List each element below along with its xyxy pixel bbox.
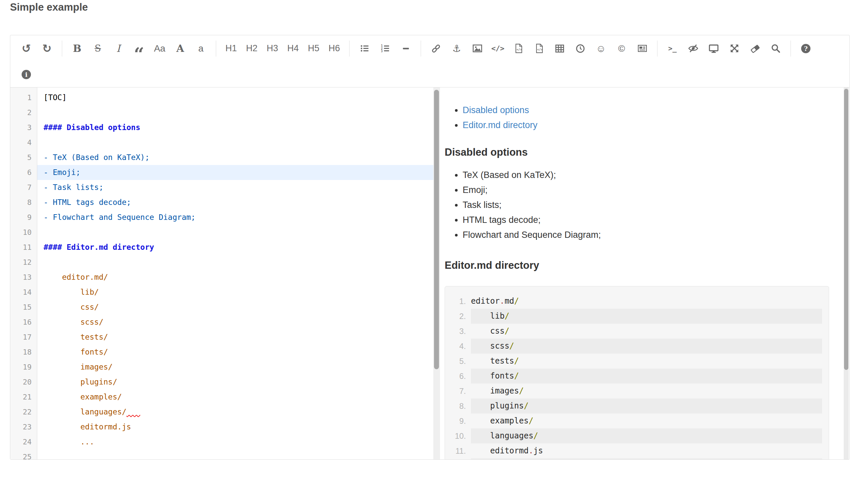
code-row-number: 7.: [445, 384, 471, 398]
editor-line-text: - Flowchart and Sequence Diagram;: [43, 213, 195, 221]
toolbar-button-strikethrough[interactable]: S: [90, 40, 105, 57]
preview-heading: Disabled options: [445, 145, 849, 160]
editor-line-4[interactable]: [37, 135, 433, 150]
editor-line-text: editor.md/: [43, 273, 108, 281]
toolbar-button-help[interactable]: ?: [799, 40, 813, 57]
editor-line-22[interactable]: languages/: [37, 405, 433, 419]
editor-line-13[interactable]: editor.md/: [37, 270, 433, 285]
toolbar-separator: [349, 40, 349, 57]
toolbar-button-search[interactable]: [768, 40, 783, 57]
toc-link[interactable]: Editor.md directory: [463, 120, 537, 130]
toolbar-button-goto-line[interactable]: >_: [665, 40, 680, 57]
toolbar-button-datetime[interactable]: [573, 40, 588, 57]
editor-line-25[interactable]: [37, 449, 433, 459]
h5-icon: H5: [308, 43, 319, 54]
code-row-number: 4.: [445, 339, 471, 354]
line-number-gutter: 1234567891011121314151617181920212223242…: [10, 88, 37, 459]
editor-line-5[interactable]: - TeX (Based on KaTeX);: [37, 150, 433, 165]
toolbar-button-list-ol[interactable]: 123: [378, 40, 393, 57]
toolbar-button-link[interactable]: [429, 40, 443, 57]
editor-line-text: images/: [43, 363, 113, 371]
editor-line-8[interactable]: - HTML tags decode;: [37, 195, 433, 210]
editor-line-21[interactable]: examples/: [37, 389, 433, 405]
code-row-text: lib/: [471, 309, 822, 324]
toolbar-button-preformatted-text[interactable]: </>: [511, 40, 526, 57]
toolbar-button-clear[interactable]: [748, 40, 762, 57]
toolbar-button-preview[interactable]: [706, 40, 721, 57]
toolbar-button-lowercase[interactable]: a: [193, 40, 208, 57]
toolbar-button-h1[interactable]: H1: [224, 40, 239, 57]
editor-line-12[interactable]: [37, 255, 433, 270]
toolbar-button-code[interactable]: </>: [491, 40, 505, 57]
editor-line-9[interactable]: - Flowchart and Sequence Diagram;: [37, 210, 433, 225]
toolbar-button-info[interactable]: i: [19, 66, 34, 83]
editor-lines[interactable]: [TOC]#### Disabled options- TeX (Based o…: [37, 88, 433, 459]
editor-line-2[interactable]: [37, 105, 433, 120]
code-row: 1.editor.md/: [445, 294, 822, 309]
toolbar-button-quote[interactable]: “: [132, 40, 146, 57]
h2-icon: H2: [246, 43, 258, 54]
editor-scrollbar-thumb[interactable]: [434, 90, 439, 369]
toc-item: Disabled options: [463, 103, 849, 118]
toolbar-button-uppercase[interactable]: A: [173, 40, 188, 57]
toolbar-button-pagebreak[interactable]: [635, 40, 650, 57]
toolbar-button-code-block[interactable]: </>: [532, 40, 547, 57]
toolbar-button-h2[interactable]: H2: [244, 40, 259, 57]
spellcheck-squiggle: [126, 408, 141, 416]
code-row: 8. plugins/: [445, 398, 822, 414]
watch-icon: [688, 43, 699, 54]
editor-line-14[interactable]: lib/: [37, 285, 433, 300]
editor-line-11[interactable]: #### Editor.md directory: [37, 240, 433, 255]
reference-link-icon: ⚓: [452, 43, 461, 54]
preview-heading: Editor.md directory: [445, 258, 849, 273]
toolbar-button-h4[interactable]: H4: [286, 40, 300, 57]
editor-line-17[interactable]: tests/: [37, 330, 433, 345]
toolbar-button-list-ul[interactable]: [357, 40, 372, 57]
toc-link[interactable]: Disabled options: [463, 105, 529, 115]
preview-scrollbar-thumb[interactable]: [844, 89, 848, 370]
table-icon: [555, 44, 564, 53]
code-row-number: 3.: [445, 324, 471, 339]
editor-line-text: - TeX (Based on KaTeX);: [43, 153, 150, 162]
editor-line-text: plugins/: [43, 378, 117, 386]
editor-line-18[interactable]: fonts/: [37, 345, 433, 360]
editor-line-text: editormd.js: [43, 422, 131, 431]
toolbar-button-redo[interactable]: ↻: [39, 40, 54, 57]
editor-line-3[interactable]: #### Disabled options: [37, 120, 433, 135]
editor-line-6[interactable]: - Emoji;: [37, 165, 433, 180]
codemirror-pane[interactable]: 1234567891011121314151617181920212223242…: [10, 88, 433, 459]
toolbar-button-image[interactable]: [470, 40, 485, 57]
editor-line-10[interactable]: [37, 225, 433, 240]
preformatted-text-icon: </>: [514, 43, 523, 53]
toolbar-button-fullscreen[interactable]: [727, 40, 742, 57]
editor-line-16[interactable]: scss/: [37, 315, 433, 330]
editor-scrollbar[interactable]: [433, 88, 440, 459]
editor-line-23[interactable]: editormd.js: [37, 419, 433, 435]
toolbar-button-hr[interactable]: [398, 40, 413, 57]
toolbar-button-undo[interactable]: ↺: [19, 40, 34, 57]
toolbar-button-h3[interactable]: H3: [265, 40, 280, 57]
toolbar-button-italic[interactable]: I: [111, 40, 126, 57]
toolbar-button-html-entities[interactable]: ©: [614, 40, 629, 57]
toolbar-button-emoji[interactable]: ☺: [594, 40, 608, 57]
editor-line-20[interactable]: plugins/: [37, 375, 433, 389]
toolbar-button-reference-link[interactable]: ⚓: [449, 40, 464, 57]
editor-line-15[interactable]: css/: [37, 300, 433, 315]
editor-line-24[interactable]: ...: [37, 435, 433, 449]
editor-line-7[interactable]: - Task lists;: [37, 180, 433, 195]
line-number: 1: [10, 90, 37, 105]
toolbar-button-watch[interactable]: [686, 40, 701, 57]
toolbar-button-h6[interactable]: H6: [327, 40, 342, 57]
toolbar-button-h5[interactable]: H5: [306, 40, 321, 57]
editor-line-19[interactable]: images/: [37, 360, 433, 375]
toolbar-button-table[interactable]: [552, 40, 567, 57]
preview-code-block: 1.editor.md/2. lib/3. css/4. scss/5. tes…: [445, 286, 829, 459]
editor-line-1[interactable]: [TOC]: [37, 90, 433, 105]
toc-item: Editor.md directory: [463, 118, 849, 133]
code-row-text: editormd.js: [471, 443, 822, 458]
toolbar-button-ucwords[interactable]: Aa: [152, 40, 167, 57]
toolbar-button-bold[interactable]: B: [70, 40, 85, 57]
h6-icon: H6: [329, 43, 340, 54]
preview-scrollbar[interactable]: [844, 88, 849, 459]
code-row-number: 10.: [445, 428, 471, 443]
